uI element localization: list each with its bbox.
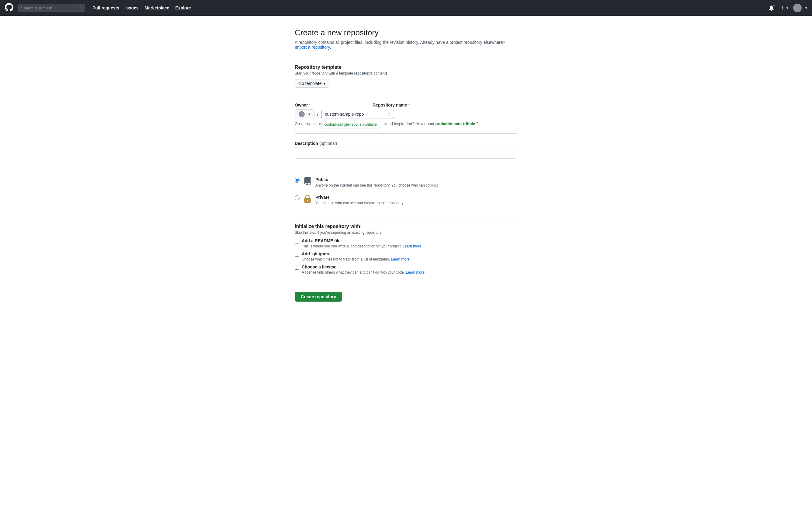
license-text: Choose a license A license tells others … bbox=[302, 265, 426, 274]
private-radio[interactable] bbox=[295, 195, 299, 200]
owner-repo-section: Owner * Repository name * ▾ / ✓ custom-s… bbox=[295, 103, 517, 126]
nav-pull-requests[interactable]: Pull requests bbox=[90, 4, 122, 11]
template-section-desc: Start your repository with a template re… bbox=[295, 71, 517, 76]
public-icon bbox=[303, 177, 312, 187]
visibility-section: Public Anyone on the internet can see th… bbox=[295, 173, 517, 209]
gitignore-checkbox[interactable] bbox=[295, 252, 299, 256]
owner-repo-inputs-row: ▾ / ✓ custom-sample-repo is available. bbox=[295, 109, 517, 119]
readme-checkbox[interactable] bbox=[295, 239, 299, 244]
optional-label: (optional) bbox=[319, 141, 337, 146]
repo-suggestion-link[interactable]: probable-octo-tribble bbox=[435, 121, 475, 126]
import-repo-link[interactable]: Import a repository. bbox=[295, 45, 331, 50]
template-chevron-icon: ▾ bbox=[323, 81, 325, 86]
owner-required-star: * bbox=[309, 103, 311, 107]
readme-text: Add a README file This is where you can … bbox=[302, 238, 423, 248]
public-text: Public Anyone on the internet can see th… bbox=[315, 177, 439, 188]
checkmark-icon: ✓ bbox=[387, 111, 391, 117]
template-section-title: Repository template bbox=[295, 64, 517, 70]
template-dropdown-button[interactable]: No template ▾ bbox=[295, 79, 329, 88]
init-title: Initialize this repository with: bbox=[295, 224, 517, 229]
notifications-button[interactable] bbox=[767, 4, 776, 12]
divider-1 bbox=[295, 57, 517, 57]
owner-label: Owner * bbox=[295, 103, 349, 107]
gitignore-option: Add .gitignore Choose which files not to… bbox=[295, 251, 517, 262]
license-checkbox[interactable] bbox=[295, 265, 299, 270]
navbar-right: ▾ ▾ bbox=[767, 4, 807, 12]
description-label: Description (optional) bbox=[295, 141, 517, 146]
divider-6 bbox=[295, 282, 517, 282]
repo-required-star: * bbox=[408, 103, 410, 107]
search-bar[interactable]: / bbox=[18, 4, 85, 12]
page-title: Create a new repository bbox=[295, 28, 517, 37]
gitignore-text: Add .gitignore Choose which files not to… bbox=[302, 251, 411, 262]
repo-name-label: Repository name * bbox=[373, 103, 410, 107]
chevron-down-icon: ▾ bbox=[786, 6, 788, 10]
avatar[interactable] bbox=[793, 4, 802, 12]
divider-3 bbox=[295, 133, 517, 134]
owner-chevron-icon: ▾ bbox=[308, 112, 311, 116]
description-input[interactable] bbox=[295, 147, 517, 159]
owner-repo-label-row: Owner * Repository name * bbox=[295, 103, 517, 107]
divider-2 bbox=[295, 95, 517, 95]
description-section: Description (optional) bbox=[295, 141, 517, 159]
public-option: Public Anyone on the internet can see th… bbox=[295, 173, 517, 191]
repository-template-section: Repository template Start your repositor… bbox=[295, 64, 517, 88]
github-logo-icon[interactable] bbox=[5, 3, 13, 13]
private-text: Private You choose who can see and commi… bbox=[315, 195, 404, 205]
divider-5 bbox=[295, 216, 517, 216]
private-option: Private You choose who can see and commi… bbox=[295, 191, 517, 209]
readme-learn-more-link[interactable]: Learn more. bbox=[403, 244, 423, 248]
init-desc: Skip this step if you're importing an ex… bbox=[295, 230, 517, 235]
notification-badge bbox=[773, 4, 775, 7]
license-option: Choose a license A license tells others … bbox=[295, 265, 517, 274]
page-subtitle: A repository contains all project files,… bbox=[295, 40, 517, 50]
gitignore-learn-more-link[interactable]: Learn more. bbox=[391, 257, 411, 262]
repo-name-input[interactable] bbox=[321, 110, 394, 118]
readme-option: Add a README file This is where you can … bbox=[295, 238, 517, 248]
nav-issues[interactable]: Issues bbox=[123, 4, 141, 11]
public-radio[interactable] bbox=[295, 178, 299, 183]
navbar: / Pull requests Issues Marketplace Explo… bbox=[0, 0, 812, 16]
license-learn-more-link[interactable]: Learn more. bbox=[406, 270, 426, 274]
owner-dropdown[interactable]: ▾ bbox=[295, 109, 315, 119]
initialize-section: Initialize this repository with: Skip th… bbox=[295, 224, 517, 274]
owner-avatar-icon bbox=[299, 111, 305, 117]
nav-explore[interactable]: Explore bbox=[173, 4, 193, 11]
nav-marketplace[interactable]: Marketplace bbox=[142, 4, 172, 11]
availability-tooltip: custom-sample-repo is available. bbox=[321, 121, 381, 128]
repo-name-wrapper: ✓ custom-sample-repo is available. bbox=[321, 110, 394, 118]
avatar-chevron-icon: ▾ bbox=[805, 6, 807, 10]
slash-separator: / bbox=[317, 111, 319, 118]
nav-links: Pull requests Issues Marketplace Explore bbox=[90, 4, 194, 11]
create-new-button[interactable]: ▾ bbox=[779, 4, 789, 11]
page-content: Create a new repository A repository con… bbox=[287, 16, 525, 326]
lock-icon bbox=[303, 195, 312, 205]
slash-shortcut-icon: / bbox=[78, 5, 82, 10]
create-repository-button[interactable]: Create repository bbox=[295, 292, 342, 302]
template-dropdown-label: No template bbox=[299, 81, 321, 86]
search-input[interactable] bbox=[21, 6, 76, 10]
